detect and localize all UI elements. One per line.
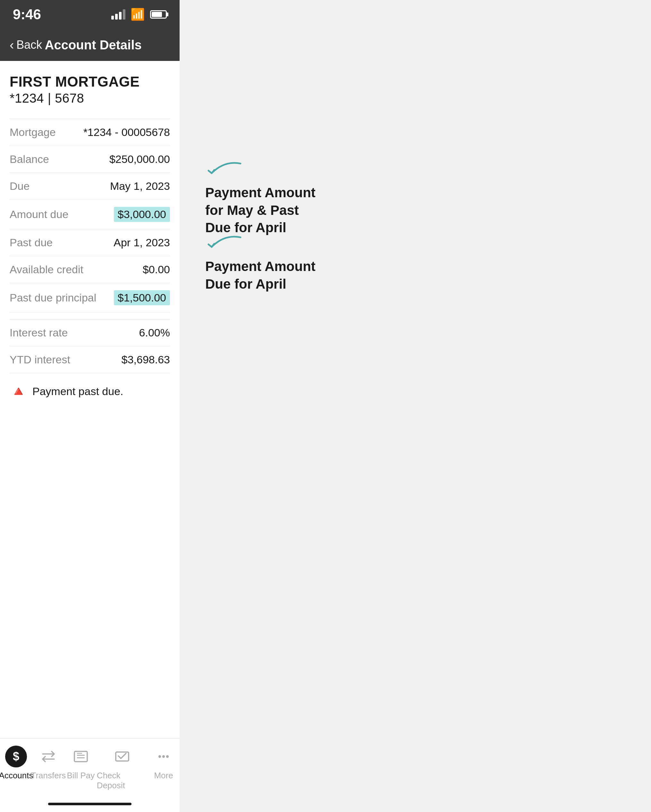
status-bar: 9:46 📶: [0, 0, 180, 29]
status-time: 9:46: [13, 6, 41, 23]
balance-value: $250,000.00: [109, 153, 170, 165]
tab-transfers-label: Transfers: [31, 771, 66, 781]
annotation-1: Payment Amount for May & Past Due for Ap…: [205, 157, 321, 237]
ytd-interest-label: YTD interest: [10, 353, 70, 366]
tab-more-label: More: [154, 771, 173, 781]
detail-row-available-credit: Available credit $0.00: [10, 256, 170, 283]
svg-point-9: [166, 755, 169, 758]
account-title: FIRST MORTGAGE *1234 | 5678: [10, 74, 139, 105]
past-due-principal-label: Past due principal: [10, 292, 96, 304]
phone-frame: 9:46 📶 ‹ Back Account Details FIRST MO: [0, 0, 180, 812]
mortgage-value: *1234 - 00005678: [83, 126, 170, 139]
detail-row-mortgage: Mortgage *1234 - 00005678: [10, 119, 170, 146]
main-content: FIRST MORTGAGE *1234 | 5678 Mortgage *12…: [0, 61, 180, 738]
transfers-icon: [40, 748, 57, 765]
warning-icon: 🔺: [10, 383, 27, 400]
check-deposit-icon: [114, 748, 131, 765]
detail-row-past-due: Past due Apr 1, 2023: [10, 229, 170, 256]
tab-accounts-label: Accounts: [0, 771, 34, 781]
tab-more[interactable]: More: [148, 745, 180, 781]
billpay-icon: [72, 748, 89, 765]
annotation-area: Payment Amount for May & Past Due for Ap…: [180, 0, 651, 812]
ytd-interest-value: $3,698.63: [122, 353, 170, 366]
annotation-2-text: Payment Amount Due for April: [205, 258, 321, 293]
warning-row: 🔺 Payment past due.: [10, 373, 170, 409]
home-indicator: [0, 796, 180, 812]
annotation-2: Payment Amount Due for April: [205, 231, 321, 293]
detail-rows-group1: Mortgage *1234 - 00005678 Balance $250,0…: [10, 119, 170, 313]
battery-icon: [150, 10, 167, 18]
annotation-1-text: Payment Amount for May & Past Due for Ap…: [205, 184, 321, 237]
tab-bill-pay[interactable]: Bill Pay: [65, 745, 97, 781]
interest-rate-value: 6.00%: [139, 327, 170, 339]
back-button[interactable]: ‹ Back: [10, 38, 42, 52]
detail-row-interest-rate: Interest rate 6.00%: [10, 319, 170, 346]
tab-accounts[interactable]: $ Accounts: [0, 745, 32, 781]
accounts-icon: $: [5, 746, 27, 768]
detail-row-past-due-principal: Past due principal $1,500.00: [10, 283, 170, 313]
past-due-value: Apr 1, 2023: [114, 237, 170, 249]
tab-check-deposit-label: Check Deposit: [97, 771, 148, 791]
available-credit-label: Available credit: [10, 263, 83, 276]
nav-title: Account Details: [42, 38, 144, 52]
arrow-icon-1: [205, 157, 244, 183]
svg-point-7: [159, 755, 161, 758]
past-due-label: Past due: [10, 237, 53, 249]
signal-icon: [111, 9, 125, 20]
tab-transfers[interactable]: Transfers: [32, 745, 65, 781]
tab-bar: $ Accounts Transfers: [0, 738, 180, 796]
detail-row-due: Due May 1, 2023: [10, 173, 170, 200]
mortgage-label: Mortgage: [10, 126, 56, 139]
amount-due-label: Amount due: [10, 208, 68, 221]
more-icon: [155, 748, 172, 765]
detail-rows-group2: Interest rate 6.00% YTD interest $3,698.…: [10, 319, 170, 373]
available-credit-value: $0.00: [143, 263, 170, 276]
due-label: Due: [10, 180, 29, 192]
interest-rate-label: Interest rate: [10, 327, 68, 339]
tab-check-deposit[interactable]: Check Deposit: [97, 745, 148, 791]
svg-point-8: [162, 755, 165, 758]
back-chevron-icon: ‹: [10, 38, 14, 52]
back-label: Back: [16, 38, 42, 52]
arrow-icon-2: [205, 231, 244, 256]
tab-bill-pay-label: Bill Pay: [67, 771, 95, 781]
balance-label: Balance: [10, 153, 49, 165]
warning-text: Payment past due.: [32, 385, 123, 398]
account-header: FIRST MORTGAGE *1234 | 5678: [10, 74, 170, 109]
detail-row-ytd-interest: YTD interest $3,698.63: [10, 346, 170, 373]
detail-row-amount-due: Amount due $3,000.00: [10, 200, 170, 229]
past-due-principal-value: $1,500.00: [114, 290, 170, 305]
wifi-icon: 📶: [131, 8, 145, 21]
nav-bar: ‹ Back Account Details: [0, 29, 180, 61]
detail-row-balance: Balance $250,000.00: [10, 146, 170, 173]
status-icons: 📶: [111, 8, 167, 21]
amount-due-value: $3,000.00: [114, 207, 170, 222]
due-value: May 1, 2023: [110, 180, 170, 192]
